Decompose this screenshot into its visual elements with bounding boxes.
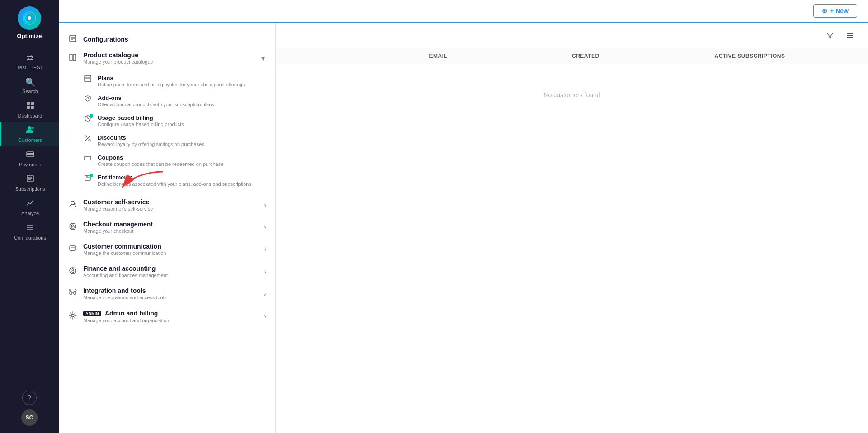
svg-rect-21 [70, 54, 72, 61]
sidebar-logo: Optimize [0, 0, 59, 44]
help-button[interactable]: ? [22, 391, 37, 405]
customer-communication-header[interactable]: Customer communication Manage the custom… [59, 238, 275, 260]
usage-billing-dot [90, 114, 93, 118]
checkout-management-header[interactable]: Checkout management Manage your checkout… [59, 216, 275, 238]
svg-point-6 [28, 126, 31, 130]
svg-point-29 [87, 97, 89, 99]
sidebar-item-test[interactable]: ⇄ Test - TEST [0, 50, 59, 74]
sidebar-divider [6, 47, 53, 47]
customer-self-service-text: Customer self-service Manage customer's … [83, 198, 259, 212]
checkout-management-subtitle: Manage your checkout [83, 228, 259, 234]
customer-self-service-icon [68, 200, 78, 210]
customers-toolbar [276, 23, 868, 48]
new-button[interactable]: ⊕ + New [813, 4, 857, 18]
configurations-panel: Configurations Product catalogue Manage … [59, 23, 276, 433]
addons-icon [83, 95, 92, 104]
table-header: Email Created Active subscriptions [276, 48, 868, 64]
admin-billing-title: Admin and billing [105, 310, 158, 317]
svg-rect-22 [73, 54, 76, 61]
admin-billing-subtitle: Manage your account and organization [83, 318, 259, 323]
sidebar-item-analyze[interactable]: Analyze [0, 195, 59, 220]
addons-title: Add-ons [98, 94, 214, 101]
app-name: Optimize [17, 33, 42, 39]
col-name [287, 53, 429, 59]
sidebar-item-search[interactable]: 🔍 Search [0, 74, 59, 98]
svg-rect-48 [70, 246, 76, 250]
admin-badge: ADMIN [83, 311, 101, 316]
admin-billing-header[interactable]: ADMIN Admin and billing Manage your acco… [59, 305, 275, 328]
checkout-management-icon [68, 222, 78, 232]
usage-billing-item[interactable]: Usage-based billing Configure usage-base… [83, 111, 275, 131]
plans-subtitle: Define price, terms and billing cycles f… [98, 82, 245, 87]
svg-rect-5 [31, 106, 34, 109]
customer-self-service-title: Customer self-service [83, 198, 259, 206]
checkout-management-title: Checkout management [83, 221, 259, 228]
svg-rect-34 [85, 156, 91, 160]
section-panel-title: Configurations [59, 30, 275, 47]
col-created: Created [572, 53, 715, 59]
main-area: ⊕ + New Configurations [59, 0, 868, 433]
coupons-subtitle: Create coupon codes that can be redeemed… [98, 161, 223, 167]
customer-self-service-header[interactable]: Customer self-service Manage customer's … [59, 194, 275, 216]
finance-accounting-chevron: › [264, 268, 266, 275]
addons-item[interactable]: Add-ons Offer additional products with y… [83, 91, 275, 111]
customer-communication-subtitle: Manage the customer communication [83, 250, 259, 256]
sidebar: Optimize ⇄ Test - TEST 🔍 Search Dashboar… [0, 0, 59, 433]
svg-point-59 [71, 314, 74, 317]
sidebar-item-configurations[interactable]: Configurations [0, 220, 59, 244]
entitlements-text: Entitlements Define benefits associated … [98, 174, 251, 187]
sidebar-item-dashboard[interactable]: Dashboard [0, 98, 59, 122]
integration-tools-text: Integration and tools Manage integration… [83, 287, 259, 300]
app-logo[interactable] [18, 6, 41, 30]
sidebar-item-payments[interactable]: Payments [0, 146, 59, 171]
user-avatar[interactable]: SC [21, 409, 38, 426]
usage-billing-subtitle: Configure usage-based billing products [98, 122, 184, 127]
product-catalogue-header[interactable]: Product catalogue Manage your product ca… [59, 47, 275, 69]
checkout-management-text: Checkout management Manage your checkout [83, 221, 259, 234]
coupons-item[interactable]: Coupons Create coupon codes that can be … [83, 151, 275, 170]
svg-rect-62 [847, 37, 853, 38]
discounts-item[interactable]: Discounts Reward loyalty by offering sav… [83, 131, 275, 151]
new-button-plus: ⊕ [822, 7, 827, 14]
content-area: Configurations Product catalogue Manage … [59, 23, 868, 433]
payments-icon [26, 150, 34, 160]
integration-tools-icon [68, 289, 78, 299]
product-catalogue-subtitle: Manage your product catalogue [83, 59, 255, 65]
svg-point-55 [69, 289, 71, 291]
plans-text: Plans Define price, terms and billing cy… [98, 75, 245, 87]
entitlements-title: Entitlements [98, 174, 251, 181]
sidebar-item-customers[interactable]: Customers [0, 122, 59, 146]
dashboard-icon [26, 101, 34, 112]
svg-rect-53 [74, 292, 76, 294]
top-bar: ⊕ + New [59, 0, 868, 23]
entitlements-item[interactable]: Entitlements Define benefits associated … [83, 170, 275, 190]
finance-accounting-title: Finance and accounting [83, 265, 259, 272]
product-catalogue-chevron: ▼ [260, 55, 266, 62]
customer-self-service-chevron: › [264, 202, 266, 209]
switch-icon: ⇄ [27, 53, 33, 63]
product-catalogue-icon [68, 53, 78, 63]
entitlements-dot [90, 174, 93, 177]
usage-billing-text: Usage-based billing Configure usage-base… [98, 114, 184, 127]
plans-item[interactable]: Plans Define price, terms and billing cy… [83, 71, 275, 91]
finance-accounting-subtitle: Accounting and finances management [83, 273, 259, 278]
finance-accounting-header[interactable]: Finance and accounting Accounting and fi… [59, 260, 275, 282]
sidebar-item-analyze-label: Analyze [21, 211, 39, 216]
panel-main-title: Configurations [83, 36, 266, 43]
customer-self-service-subtitle: Manage customer's self-service [83, 206, 259, 212]
plans-icon [83, 75, 92, 84]
addons-text: Add-ons Offer additional products with y… [98, 94, 214, 107]
customers-area: Email Created Active subscriptions No cu… [276, 23, 868, 433]
integration-tools-title: Integration and tools [83, 287, 259, 294]
entitlements-icon [83, 174, 92, 183]
filter-button[interactable] [823, 28, 837, 42]
sidebar-item-configurations-label: Configurations [14, 235, 46, 240]
sidebar-item-subscriptions[interactable]: Subscriptions [0, 171, 59, 195]
svg-rect-61 [847, 35, 853, 36]
plans-title: Plans [98, 75, 245, 81]
coupons-title: Coupons [98, 154, 223, 161]
configurations-icon [26, 223, 34, 234]
list-view-button[interactable] [843, 28, 857, 42]
integration-tools-header[interactable]: Integration and tools Manage integration… [59, 282, 275, 305]
discounts-title: Discounts [98, 134, 204, 141]
